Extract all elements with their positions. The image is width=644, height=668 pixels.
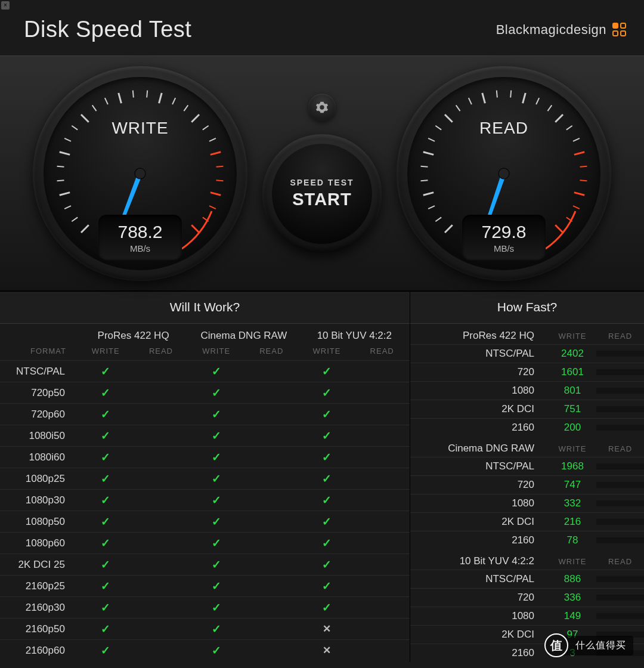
codec-group-header: 10 Bit YUV 4:2:2 [299,324,410,344]
result-cell: ✓ [188,361,244,382]
result-cell [354,425,410,447]
gear-icon [315,101,329,114]
result-cell [354,490,410,511]
write-fps-value: 747 [549,476,596,494]
svg-line-13 [133,90,134,97]
table-row: 1080332 [410,494,644,512]
format-label: 2160 [410,419,549,437]
table-row: 7201601 [410,363,644,381]
write-value: 788.2 [98,222,182,242]
result-cell: ✓ [78,597,134,618]
column-header: WRITE [188,344,244,361]
format-label: 1080p60 [0,533,78,554]
watermark-text: 什么值得买 [560,636,633,655]
write-fps-value: 78 [549,531,596,549]
svg-line-7 [64,138,71,141]
result-cell [134,404,189,425]
result-cell [134,597,189,618]
svg-line-15 [159,92,162,103]
read-fps-value [596,406,644,412]
codec-group-header: Cinema DNG RAW [188,324,299,344]
column-header: WRITE [549,557,596,570]
table-row: 2160200 [410,418,644,437]
svg-line-42 [482,92,485,103]
table-row: 2160p50✓✓✕ [0,618,410,640]
result-cell: ✓ [78,447,134,468]
check-icon: ✓ [101,537,110,549]
read-fps-value [596,595,644,601]
format-label: 1080 [410,607,549,625]
result-cell [244,468,299,490]
check-icon: ✓ [212,408,221,420]
svg-line-41 [469,98,472,104]
hf-group-header: 10 Bit YUV 4:2:2WRITEREAD [410,549,644,570]
svg-line-45 [523,92,526,103]
table-row: 1080p50✓✓✓ [0,511,410,533]
svg-line-55 [573,206,580,209]
svg-line-4 [57,180,64,181]
format-label: 2160p25 [0,576,78,597]
result-cell: ✓ [188,468,244,490]
check-icon: ✓ [101,386,110,399]
svg-line-44 [510,90,511,97]
format-label: NTSC/PAL [410,345,549,363]
result-cell: ✓ [188,597,244,618]
check-icon: ✓ [212,623,221,635]
result-cell [244,576,299,597]
svg-line-47 [547,105,552,111]
result-cell [244,361,299,382]
read-fps-value [596,463,644,469]
check-icon: ✓ [322,558,332,571]
check-icon: ✓ [101,451,110,463]
result-cell [244,533,299,554]
hf-group-name: ProRes 422 HQ [410,324,549,344]
write-unit: MB/s [98,243,182,253]
result-cell: ✓ [299,447,355,468]
svg-line-11 [105,98,108,104]
check-icon: ✓ [322,580,332,592]
result-cell [354,576,410,597]
svg-line-33 [423,192,434,195]
svg-line-3 [60,192,70,195]
svg-line-14 [147,90,147,97]
svg-line-32 [428,206,435,209]
result-cell: ✓ [299,425,355,447]
result-cell [134,425,189,447]
read-value: 729.8 [462,222,546,242]
write-fps-value: 751 [549,400,596,418]
start-button[interactable]: SPEED TEST START [262,134,382,253]
result-cell [134,533,189,554]
how-fast-panel: How Fast? ProRes 422 HQWRITEREADNTSC/PAL… [410,292,644,662]
table-row: 1080p60✓✓✓ [0,533,410,554]
result-cell [354,618,410,640]
svg-line-21 [210,151,221,154]
close-icon[interactable]: × [1,1,10,10]
result-cell [134,361,189,382]
check-icon: ✓ [322,365,332,378]
column-header: READ [596,332,644,344]
result-cell: ✓ [78,382,134,404]
watermark: 值 什么值得买 [544,633,633,657]
will-it-work-panel: Will It Work? ProRes 422 HQCinema DNG RA… [0,292,410,662]
check-icon: ✓ [322,515,332,528]
result-cell [134,447,189,468]
format-label: 2160p50 [0,618,78,640]
write-fps-value: 332 [549,494,596,512]
table-row: 216078 [410,531,644,549]
column-header: READ [596,444,644,457]
svg-line-16 [172,98,175,104]
start-label-large: START [292,190,352,209]
check-icon: ✓ [101,601,110,614]
check-icon: ✓ [212,537,221,549]
check-icon: ✓ [101,515,110,528]
check-icon: ✓ [101,494,110,506]
svg-line-30 [445,225,453,233]
svg-line-52 [580,166,587,166]
svg-line-51 [574,151,584,154]
read-fps-value [596,388,644,394]
check-icon: ✓ [322,472,332,485]
format-label: 720 [410,363,549,381]
settings-button[interactable] [308,94,336,121]
svg-point-59 [497,166,511,180]
table-row: 2K DCI216 [410,512,644,531]
